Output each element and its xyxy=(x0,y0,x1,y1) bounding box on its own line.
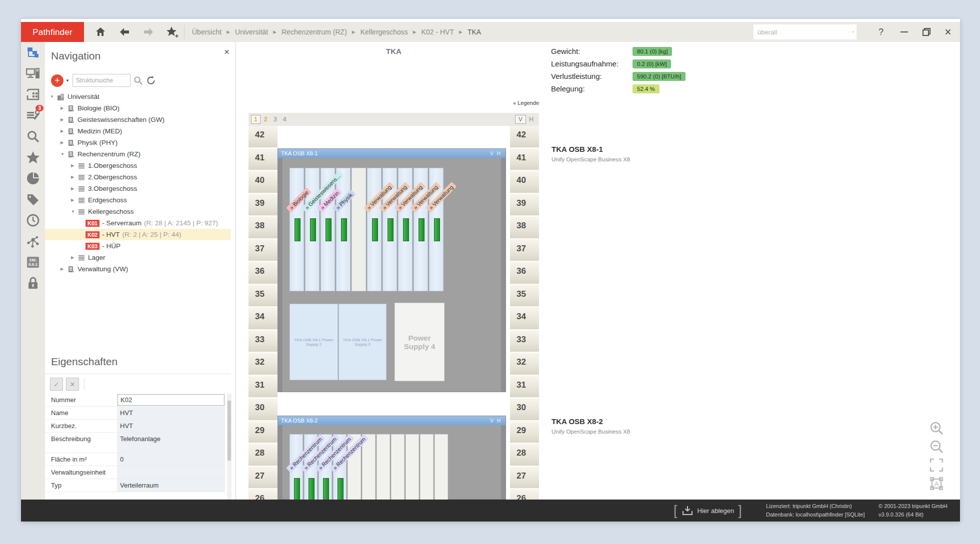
rail-history-button[interactable] xyxy=(21,210,45,231)
properties-scrollbar[interactable] xyxy=(227,394,232,500)
navigation-close-button[interactable]: × xyxy=(224,47,230,56)
rack-tab-4[interactable]: 4 xyxy=(280,115,289,123)
home-button[interactable] xyxy=(94,25,107,38)
property-value-verwaltungseinheit[interactable] xyxy=(117,466,225,479)
breadcrumb-item[interactable]: Rechenzentrum (RZ) xyxy=(282,28,347,36)
collapse-icon[interactable]: ▼ xyxy=(71,209,78,214)
structure-search-icon[interactable] xyxy=(134,76,143,85)
rack-slot-empty[interactable] xyxy=(391,434,404,500)
legend-link[interactable]: « Legende xyxy=(436,100,539,106)
zoom-in-button[interactable] xyxy=(929,421,944,436)
expand-icon[interactable]: ▶ xyxy=(60,267,68,271)
rail-ip-button[interactable]: 192.0.0.1 xyxy=(21,252,45,273)
property-value-name[interactable]: HVT xyxy=(117,407,225,419)
tree-item[interactable]: ▼Kellergeschoss xyxy=(45,206,231,217)
device-list-item[interactable]: TKA OSB X8-2Unify OpenScape Business X8 xyxy=(552,417,630,435)
property-value-beschreibung[interactable]: Telefonanlage xyxy=(117,433,225,453)
rail-service-button[interactable]: 3 xyxy=(21,105,45,126)
property-value-fl-che-in-m-[interactable]: 0 xyxy=(117,453,225,466)
minimize-button[interactable] xyxy=(894,22,914,42)
drop-zone[interactable]: [ Hier ablegen ] xyxy=(674,500,742,522)
device-tka-osb-x8-2[interactable]: TKA OSB X8-2 V H » Rechenzentrum» Rechen… xyxy=(278,416,506,500)
rail-favorites-button[interactable] xyxy=(21,147,45,168)
device-list-item[interactable]: TKA OSB X8-1Unify OpenScape Business X8 xyxy=(552,145,630,162)
rack-tab-2[interactable]: 2 xyxy=(262,115,270,123)
back-button[interactable] xyxy=(118,25,131,38)
tree-item[interactable]: ▼Rechenzentrum (RZ) xyxy=(45,148,231,160)
apply-button[interactable]: ✓ xyxy=(50,378,63,391)
rack-row-content[interactable] xyxy=(278,126,510,149)
tree-item[interactable]: ▶Verwaltung (VW) xyxy=(45,263,231,275)
app-logo[interactable]: Pathfinder xyxy=(21,22,84,42)
device-vh-toggle[interactable]: V H xyxy=(490,418,502,424)
expand-icon[interactable]: ▶ xyxy=(71,255,78,260)
add-favorite-button[interactable] xyxy=(166,25,179,38)
rail-workstation-button[interactable] xyxy=(21,63,45,84)
orientation-h-button[interactable]: H xyxy=(526,115,536,123)
rack-slot-empty[interactable] xyxy=(420,434,434,500)
add-node-caret-icon[interactable]: ▼ xyxy=(66,78,70,83)
rail-reports-button[interactable] xyxy=(21,168,45,189)
tree-item[interactable]: ▶Physik (PHY) xyxy=(45,137,231,148)
breadcrumb-item[interactable]: Kellergeschoss xyxy=(360,28,408,36)
power-supply[interactable]: TKA OSB X8-1 Power Supply 3 xyxy=(338,304,386,380)
tree-item[interactable]: ▶Medizin (MED) xyxy=(45,125,231,137)
zoom-out-button[interactable] xyxy=(929,439,944,454)
rack-slot-empty[interactable] xyxy=(434,434,448,500)
rack-slot[interactable]: » Verwaltung xyxy=(367,168,382,291)
barcode-icon[interactable] xyxy=(852,27,854,37)
help-button[interactable]: ? xyxy=(871,22,891,42)
breadcrumb-item[interactable]: TKA xyxy=(468,28,481,36)
scrollbar-thumb[interactable] xyxy=(228,401,231,461)
rack-slot-empty[interactable] xyxy=(362,434,376,500)
device-header[interactable]: TKA OSB X8-1 V H xyxy=(278,149,506,158)
expand-icon[interactable]: ▶ xyxy=(60,117,68,122)
rail-structure-button[interactable] xyxy=(21,42,45,63)
rack-slot[interactable]: » Physik xyxy=(336,168,350,291)
expand-icon[interactable]: ▶ xyxy=(60,129,68,133)
breadcrumb-item[interactable]: Universität xyxy=(235,28,268,36)
tree-item[interactable]: ▶Erdgeschoss xyxy=(45,194,231,206)
expand-icon[interactable]: ▶ xyxy=(60,140,68,145)
device-vh-toggle[interactable]: V H xyxy=(490,151,502,156)
tree-item[interactable]: ▶3.Obergeschoss xyxy=(45,183,231,194)
expand-icon[interactable]: ▶ xyxy=(71,186,78,191)
tree-item[interactable]: ▼Universität xyxy=(45,91,231,102)
rack-slot-empty[interactable] xyxy=(376,434,390,500)
rail-search-button[interactable] xyxy=(21,126,45,147)
property-value-nummer[interactable]: K02 xyxy=(118,394,224,406)
rack-tab-1[interactable]: 1 xyxy=(251,115,260,124)
rack-slot-empty[interactable] xyxy=(406,434,419,500)
global-search-input[interactable] xyxy=(754,28,850,36)
tree-item[interactable]: ▶Geisteswissenschaften (GW) xyxy=(45,114,231,125)
collapse-icon[interactable]: ▼ xyxy=(50,94,57,99)
rail-floorplan-button[interactable] xyxy=(21,84,45,105)
close-button[interactable]: × xyxy=(938,22,958,42)
tree-item-k02[interactable]: K02- HVT(R: 2 | A: 25 | P: 44) xyxy=(45,229,231,240)
fit-view-button[interactable] xyxy=(929,458,944,473)
expand-icon[interactable]: ▶ xyxy=(60,106,68,110)
tree-item[interactable]: ▶2.Obergeschoss xyxy=(45,171,231,183)
fit-text-button[interactable]: A xyxy=(929,476,944,491)
breadcrumb-item[interactable]: Übersicht xyxy=(192,28,222,36)
property-value-typ[interactable]: Verteilerraum xyxy=(117,479,225,492)
collapse-icon[interactable]: ▼ xyxy=(60,152,68,156)
expand-icon[interactable]: ▶ xyxy=(71,198,78,202)
tree-item-k03[interactable]: K03- HÜP xyxy=(45,240,231,252)
rack-tab-3[interactable]: 3 xyxy=(271,115,280,123)
add-node-button[interactable]: + xyxy=(51,74,64,87)
power-supply[interactable]: Power Supply 4 xyxy=(394,303,444,381)
expand-icon[interactable]: ▶ xyxy=(71,163,78,168)
tree-item[interactable]: ▶Biologie (BIO) xyxy=(45,102,231,114)
search-icon[interactable] xyxy=(850,27,850,37)
tree-item[interactable]: ▶1.Obergeschoss xyxy=(45,160,231,171)
forward-button[interactable] xyxy=(142,25,155,38)
tree-item-k01[interactable]: K01- Serverraum(R: 28 | A: 2145 | P: 927… xyxy=(45,217,231,229)
expand-icon[interactable]: ▶ xyxy=(71,175,78,179)
refresh-icon[interactable] xyxy=(146,75,156,85)
rail-topology-button[interactable] xyxy=(21,231,45,252)
breadcrumb-item[interactable]: K02 - HVT xyxy=(422,28,454,36)
rail-tags-button[interactable] xyxy=(21,189,45,210)
rack-slot[interactable]: » Biologie xyxy=(290,168,304,291)
structure-search-input[interactable] xyxy=(72,74,130,87)
